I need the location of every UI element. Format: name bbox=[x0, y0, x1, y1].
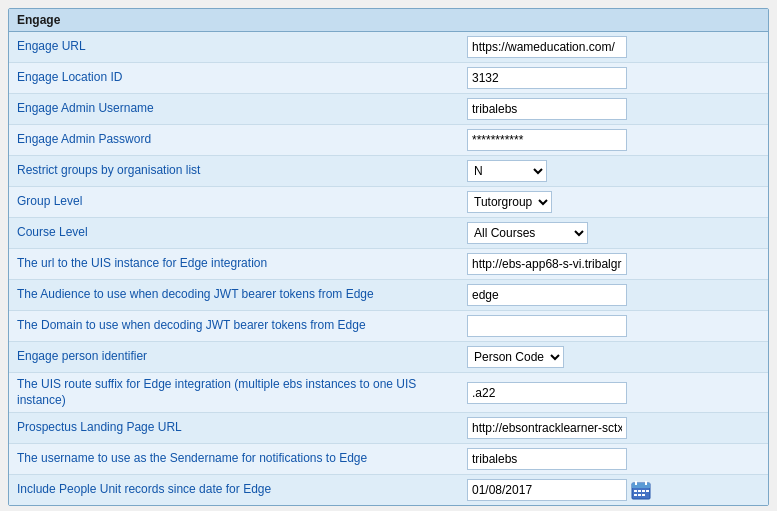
form-row-person-identifier: Engage person identifierPerson CodeUsern… bbox=[9, 342, 768, 373]
label-engage-admin-username: Engage Admin Username bbox=[17, 101, 467, 117]
label-jwt-domain: The Domain to use when decoding JWT bear… bbox=[17, 318, 467, 334]
value-prospectus-url bbox=[467, 417, 760, 439]
select-restrict-groups[interactable]: NY bbox=[467, 160, 547, 182]
form-row-sender-name: The username to use as the Sendername fo… bbox=[9, 444, 768, 475]
input-sender-name[interactable] bbox=[467, 448, 627, 470]
input-engage-url[interactable] bbox=[467, 36, 627, 58]
value-uis-url bbox=[467, 253, 760, 275]
input-jwt-domain[interactable] bbox=[467, 315, 627, 337]
form-row-engage-url: Engage URL bbox=[9, 32, 768, 63]
engage-panel: Engage Engage URLEngage Location IDEngag… bbox=[8, 8, 769, 506]
value-course-level: All CoursesSelected Courses bbox=[467, 222, 760, 244]
value-group-level: TutorgroupCourseClass bbox=[467, 191, 760, 213]
form-row-engage-admin-username: Engage Admin Username bbox=[9, 94, 768, 125]
label-uis-url: The url to the UIS instance for Edge int… bbox=[17, 256, 467, 272]
input-engage-admin-username[interactable] bbox=[467, 98, 627, 120]
form-row-engage-location-id: Engage Location ID bbox=[9, 63, 768, 94]
form-row-uis-url: The url to the UIS instance for Edge int… bbox=[9, 249, 768, 280]
value-people-unit-date bbox=[467, 479, 760, 501]
form-row-people-unit-date: Include People Unit records since date f… bbox=[9, 475, 768, 505]
svg-rect-6 bbox=[642, 490, 645, 492]
svg-rect-7 bbox=[634, 494, 637, 496]
label-sender-name: The username to use as the Sendername fo… bbox=[17, 451, 467, 467]
form-row-group-level: Group LevelTutorgroupCourseClass bbox=[9, 187, 768, 218]
form-row-engage-admin-password: Engage Admin Password bbox=[9, 125, 768, 156]
select-course-level[interactable]: All CoursesSelected Courses bbox=[467, 222, 588, 244]
form-row-jwt-domain: The Domain to use when decoding JWT bear… bbox=[9, 311, 768, 342]
calendar-icon[interactable] bbox=[631, 480, 651, 500]
label-jwt-audience: The Audience to use when decoding JWT be… bbox=[17, 287, 467, 303]
input-people-unit-date[interactable] bbox=[467, 479, 627, 501]
value-jwt-audience bbox=[467, 284, 760, 306]
input-prospectus-url[interactable] bbox=[467, 417, 627, 439]
input-engage-location-id[interactable] bbox=[467, 67, 627, 89]
value-jwt-domain bbox=[467, 315, 760, 337]
label-engage-admin-password: Engage Admin Password bbox=[17, 132, 467, 148]
form-row-restrict-groups: Restrict groups by organisation listNY bbox=[9, 156, 768, 187]
value-uis-route-suffix bbox=[467, 382, 760, 404]
select-group-level[interactable]: TutorgroupCourseClass bbox=[467, 191, 552, 213]
value-person-identifier: Person CodeUsernameEmail bbox=[467, 346, 760, 368]
value-engage-url bbox=[467, 36, 760, 58]
panel-title: Engage bbox=[9, 9, 768, 32]
value-engage-admin-username bbox=[467, 98, 760, 120]
input-jwt-audience[interactable] bbox=[467, 284, 627, 306]
form-row-course-level: Course LevelAll CoursesSelected Courses bbox=[9, 218, 768, 249]
label-engage-location-id: Engage Location ID bbox=[17, 70, 467, 86]
label-person-identifier: Engage person identifier bbox=[17, 349, 467, 365]
svg-rect-8 bbox=[638, 494, 641, 496]
svg-rect-1 bbox=[632, 483, 650, 488]
svg-rect-9 bbox=[642, 494, 645, 496]
label-group-level: Group Level bbox=[17, 194, 467, 210]
label-uis-route-suffix: The UIS route suffix for Edge integratio… bbox=[17, 377, 467, 408]
form-row-prospectus-url: Prospectus Landing Page URL bbox=[9, 413, 768, 444]
svg-rect-4 bbox=[634, 490, 637, 492]
value-sender-name bbox=[467, 448, 760, 470]
label-people-unit-date: Include People Unit records since date f… bbox=[17, 482, 467, 498]
panel-body: Engage URLEngage Location IDEngage Admin… bbox=[9, 32, 768, 505]
value-engage-admin-password bbox=[467, 129, 760, 151]
svg-rect-5 bbox=[638, 490, 641, 492]
label-prospectus-url: Prospectus Landing Page URL bbox=[17, 420, 467, 436]
form-row-jwt-audience: The Audience to use when decoding JWT be… bbox=[9, 280, 768, 311]
label-course-level: Course Level bbox=[17, 225, 467, 241]
input-engage-admin-password[interactable] bbox=[467, 129, 627, 151]
form-row-uis-route-suffix: The UIS route suffix for Edge integratio… bbox=[9, 373, 768, 413]
value-engage-location-id bbox=[467, 67, 760, 89]
label-engage-url: Engage URL bbox=[17, 39, 467, 55]
svg-rect-10 bbox=[646, 490, 649, 492]
label-restrict-groups: Restrict groups by organisation list bbox=[17, 163, 467, 179]
value-restrict-groups: NY bbox=[467, 160, 760, 182]
input-uis-url[interactable] bbox=[467, 253, 627, 275]
input-uis-route-suffix[interactable] bbox=[467, 382, 627, 404]
select-person-identifier[interactable]: Person CodeUsernameEmail bbox=[467, 346, 564, 368]
